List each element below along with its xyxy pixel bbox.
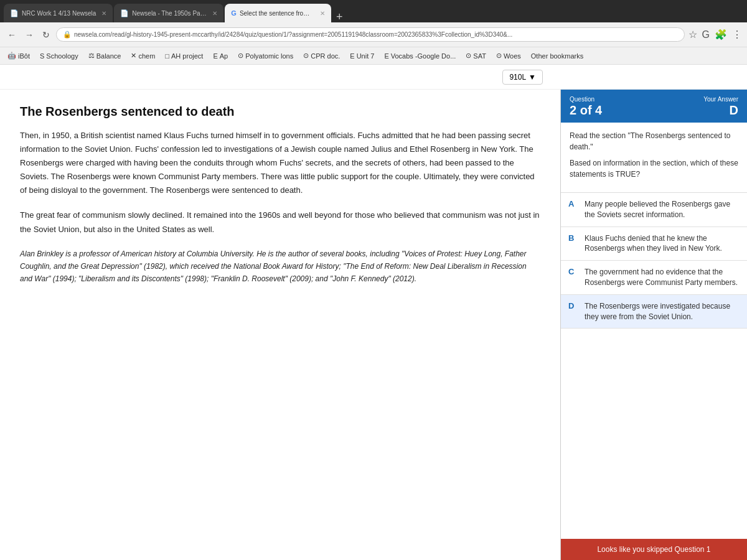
article-paragraph-3: Alan Brinkley is a professor of American… xyxy=(20,248,540,286)
skip-notice: Looks like you skipped Question 1 xyxy=(561,539,747,560)
question-label: Question xyxy=(570,96,602,103)
bookmark-ap-icon: E xyxy=(213,52,217,60)
bookmark-chem-icon: ✕ xyxy=(131,52,136,60)
bookmark-ibot-label: iBôt xyxy=(18,52,30,60)
bookmark-ah-project[interactable]: □ AH project xyxy=(162,51,205,61)
lock-icon: 🔒 xyxy=(63,30,72,39)
add-tab-button[interactable]: + xyxy=(332,11,347,22)
bookmark-ah-label: AH project xyxy=(171,52,203,60)
article-body: Then, in 1950, a British scientist named… xyxy=(20,129,540,286)
extension-icon[interactable]: 🧩 xyxy=(715,29,727,40)
article-paragraph-2: The great fear of communism slowly decli… xyxy=(20,208,540,236)
bookmark-polyatomic-label: Polyatomic lons xyxy=(245,52,293,60)
answer-option-d[interactable]: D The Rosenbergs were investigated becau… xyxy=(561,295,747,329)
bookmark-more[interactable]: Other bookmarks xyxy=(529,51,586,61)
option-text-d: The Rosenbergs were investigated because… xyxy=(585,301,740,322)
bookmarks-bar: 🤖 iBôt S Schoology ⚖ Balance ✕ chem □ AH… xyxy=(0,47,747,65)
bookmark-balance-icon: ⚖ xyxy=(88,52,95,60)
your-answer-block: Your Answer D xyxy=(703,96,738,116)
reading-area: The Rosenbergs sentenced to death Then, … xyxy=(0,90,560,560)
question-num-block: Question 2 of 4 xyxy=(570,96,602,116)
bookmark-unit7-label: Unit 7 xyxy=(357,52,375,60)
question-header: Question 2 of 4 Your Answer D xyxy=(561,90,747,123)
bookmark-polyatomic[interactable]: ⊙ Polyatomic lons xyxy=(235,50,296,61)
refresh-button[interactable]: ↻ xyxy=(40,29,52,41)
menu-icon[interactable]: ⋮ xyxy=(732,29,742,40)
back-button[interactable]: ← xyxy=(5,29,19,41)
bookmark-unit7-icon: E xyxy=(350,52,354,60)
browser-nav-icons: ☆ G 🧩 ⋮ xyxy=(688,29,742,40)
bookmark-cpr-icon: ⊙ xyxy=(303,52,309,60)
bookmark-sat[interactable]: ⊙ SAT xyxy=(463,50,489,61)
option-text-b: Klaus Fuchs denied that he knew the Rose… xyxy=(585,233,740,254)
reading-level-button[interactable]: 910L ▼ xyxy=(502,70,543,85)
bookmark-ap[interactable]: E Ap xyxy=(210,51,230,61)
option-text-c: The government had no evidence that the … xyxy=(585,267,740,288)
tab-label-1: NRC Work 1 4/13 Newsela xyxy=(22,10,96,17)
profile-icon[interactable]: G xyxy=(702,29,710,40)
section-instruction: Read the section "The Rosenbergs sentenc… xyxy=(570,130,738,152)
tab-nrc-work[interactable]: 📄 NRC Work 1 4/13 Newsela ✕ xyxy=(4,4,113,22)
bookmark-schoology[interactable]: S Schoology xyxy=(37,51,81,61)
article-title: The Rosenbergs sentenced to death xyxy=(20,105,540,119)
answer-option-c[interactable]: C The government had no evidence that th… xyxy=(561,261,747,295)
bookmark-vocabs-icon: E xyxy=(384,52,388,60)
bookmark-unit7[interactable]: E Unit 7 xyxy=(347,51,377,61)
skip-notice-text: Looks like you skipped Question 1 xyxy=(597,545,710,554)
tab-select-sentence[interactable]: G Select the sentence from the sec ✕ xyxy=(225,4,331,22)
bookmark-balance-label: Balance xyxy=(96,52,121,60)
bookmark-woes-label: Woes xyxy=(504,52,521,60)
article-paragraph-1: Then, in 1950, a British scientist named… xyxy=(20,129,540,197)
tab-bar: 📄 NRC Work 1 4/13 Newsela ✕ 📄 Newsela - … xyxy=(0,0,747,22)
bookmark-schoology-label: Schoology xyxy=(46,52,78,60)
bookmark-cpr[interactable]: ⊙ CPR doc. xyxy=(301,50,342,61)
bookmark-chem-label: chem xyxy=(138,52,155,60)
bookmark-balance[interactable]: ⚖ Balance xyxy=(86,50,124,61)
bookmark-vocabs[interactable]: E Vocabs -Google Do... xyxy=(382,51,458,61)
bookmark-polyatomic-icon: ⊙ xyxy=(238,52,243,60)
bookmark-ap-label: Ap xyxy=(220,52,228,60)
bookmark-more-label: Other bookmarks xyxy=(531,52,583,60)
your-answer-value: D xyxy=(730,104,738,116)
reading-level-label: 910L xyxy=(509,73,526,82)
bookmark-ibot-icon: 🤖 xyxy=(7,52,16,60)
nav-bar: ← → ↻ 🔒 newsela.com/read/gl-history-1945… xyxy=(0,22,747,47)
main-content: The Rosenbergs sentenced to death Then, … xyxy=(0,90,747,560)
address-bar[interactable]: 🔒 newsela.com/read/gl-history-1945-prese… xyxy=(56,27,685,42)
tab-close-3[interactable]: ✕ xyxy=(320,10,325,17)
quiz-panel: Question 2 of 4 Your Answer D Read the s… xyxy=(560,90,747,560)
question-number: 2 of 4 xyxy=(570,104,602,116)
option-letter-c: C xyxy=(568,267,578,276)
bookmark-woes-icon: ⊙ xyxy=(496,52,502,60)
tab-close-1[interactable]: ✕ xyxy=(101,10,106,17)
tab-favicon-3: G xyxy=(231,9,237,17)
option-letter-a: A xyxy=(568,199,578,208)
bookmark-sat-label: SAT xyxy=(473,52,486,60)
reading-level-dropdown-icon: ▼ xyxy=(529,73,536,82)
bookmark-woes[interactable]: ⊙ Woes xyxy=(494,50,524,61)
url-text: newsela.com/read/gl-history-1945-present… xyxy=(74,31,512,38)
bookmark-vocabs-label: Vocabs -Google Do... xyxy=(391,52,456,60)
bookmark-chem[interactable]: ✕ chem xyxy=(128,50,157,61)
bookmark-sat-icon: ⊙ xyxy=(466,52,471,60)
forward-button[interactable]: → xyxy=(22,29,36,41)
bookmark-ibot[interactable]: 🤖 iBôt xyxy=(5,50,32,61)
tab-label-3: Select the sentence from the sec xyxy=(240,10,314,17)
question-text-area: Read the section "The Rosenbergs sentenc… xyxy=(561,123,747,193)
your-answer-label: Your Answer xyxy=(703,96,738,103)
bookmark-ah-icon: □ xyxy=(165,52,169,60)
tab-favicon-1: 📄 xyxy=(10,9,19,17)
option-letter-d: D xyxy=(568,301,578,310)
answer-options: A Many people believed the Rosenbergs ga… xyxy=(561,193,747,539)
option-text-a: Many people believed the Rosenbergs gave… xyxy=(585,199,740,220)
tab-favicon-2: 📄 xyxy=(120,9,129,17)
answer-option-b[interactable]: B Klaus Fuchs denied that he knew the Ro… xyxy=(561,227,747,261)
option-letter-b: B xyxy=(568,233,578,243)
bookmark-cpr-label: CPR doc. xyxy=(311,52,340,60)
answer-option-a[interactable]: A Many people believed the Rosenbergs ga… xyxy=(561,193,747,227)
tab-label-2: Newsela - The 1950s Part One 1 xyxy=(132,10,207,17)
star-icon[interactable]: ☆ xyxy=(688,29,697,40)
tab-newsela[interactable]: 📄 Newsela - The 1950s Part One 1 ✕ xyxy=(114,4,223,22)
tab-close-2[interactable]: ✕ xyxy=(212,10,217,17)
question-text: Based on information in the section, whi… xyxy=(570,157,738,180)
